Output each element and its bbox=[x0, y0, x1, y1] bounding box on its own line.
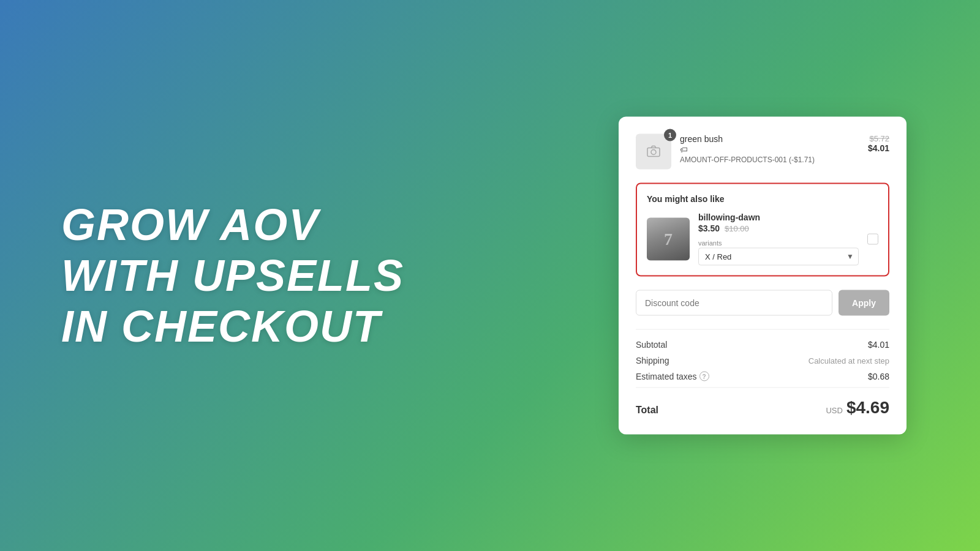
upsell-item-image bbox=[647, 217, 690, 260]
cart-item-tag: 🏷 bbox=[680, 145, 859, 154]
taxes-label-wrap: Estimated taxes ? bbox=[636, 372, 709, 381]
taxes-value: $0.68 bbox=[868, 372, 889, 381]
subtotal-row: Subtotal $4.01 bbox=[636, 340, 889, 350]
apply-discount-button[interactable]: Apply bbox=[839, 290, 889, 316]
upsell-variant-label: variants bbox=[698, 239, 859, 247]
total-label: Total bbox=[636, 405, 658, 416]
svg-rect-0 bbox=[647, 148, 660, 157]
discount-section: Apply bbox=[636, 290, 889, 316]
cart-item: 1 green bush 🏷 AMOUNT-OFF-PRODUCTS-001 (… bbox=[636, 134, 889, 170]
svg-point-1 bbox=[651, 150, 656, 155]
subtotal-value: $4.01 bbox=[868, 340, 889, 350]
upsell-variant-wrap: variants X / Red ▼ bbox=[698, 239, 859, 266]
upsell-item-name: billowing-dawn bbox=[698, 212, 859, 222]
shipping-label: Shipping bbox=[636, 356, 669, 365]
subtotal-label: Subtotal bbox=[636, 340, 667, 350]
hero-line3: IN CHECKOUT bbox=[61, 301, 404, 351]
cart-item-discount-code: AMOUNT-OFF-PRODUCTS-001 (-$1.71) bbox=[680, 156, 859, 164]
cart-item-details: green bush 🏷 AMOUNT-OFF-PRODUCTS-001 (-$… bbox=[680, 134, 859, 164]
upsell-variant-select[interactable]: X / Red bbox=[698, 248, 859, 266]
shipping-row: Shipping Calculated at next step bbox=[636, 356, 889, 365]
total-value-wrap: USD $4.69 bbox=[826, 398, 889, 418]
cart-item-image-wrap: 1 bbox=[636, 134, 671, 170]
total-currency: USD bbox=[826, 406, 842, 415]
info-icon: ? bbox=[699, 372, 709, 381]
upsell-item: billowing-dawn $3.50 $10.00 variants X /… bbox=[647, 212, 878, 266]
order-summary: Subtotal $4.01 Shipping Calculated at ne… bbox=[636, 329, 889, 418]
upsell-item-details: billowing-dawn $3.50 $10.00 variants X /… bbox=[698, 212, 859, 266]
total-amount: $4.69 bbox=[846, 398, 889, 418]
discount-code-input[interactable] bbox=[636, 290, 832, 316]
upsell-item-prices: $3.50 $10.00 bbox=[698, 223, 859, 233]
cart-item-sale-price: $4.01 bbox=[868, 143, 889, 153]
upsell-sale-price: $3.50 bbox=[698, 223, 720, 233]
shipping-value: Calculated at next step bbox=[809, 356, 889, 365]
upsell-add-checkbox[interactable] bbox=[867, 233, 878, 244]
cart-item-name: green bush bbox=[680, 134, 859, 144]
upsell-title: You might also like bbox=[647, 194, 878, 204]
taxes-label: Estimated taxes bbox=[636, 372, 697, 381]
hero-line2: WITH UPSELLS bbox=[61, 250, 404, 301]
total-row: Total USD $4.69 bbox=[636, 388, 889, 418]
cart-item-pricing: $5.72 $4.01 bbox=[868, 134, 889, 153]
upsell-box: You might also like billowing-dawn $3.50… bbox=[636, 183, 889, 277]
hero-line1: GROW AOV bbox=[61, 200, 404, 250]
cart-item-original-price: $5.72 bbox=[868, 134, 889, 143]
camera-icon bbox=[646, 144, 661, 159]
hero-text: GROW AOV WITH UPSELLS IN CHECKOUT bbox=[61, 200, 404, 351]
taxes-row: Estimated taxes ? $0.68 bbox=[636, 372, 889, 381]
upsell-original-price: $10.00 bbox=[725, 223, 749, 233]
checkout-panel: 1 green bush 🏷 AMOUNT-OFF-PRODUCTS-001 (… bbox=[619, 117, 907, 435]
cart-item-quantity-badge: 1 bbox=[664, 129, 676, 141]
